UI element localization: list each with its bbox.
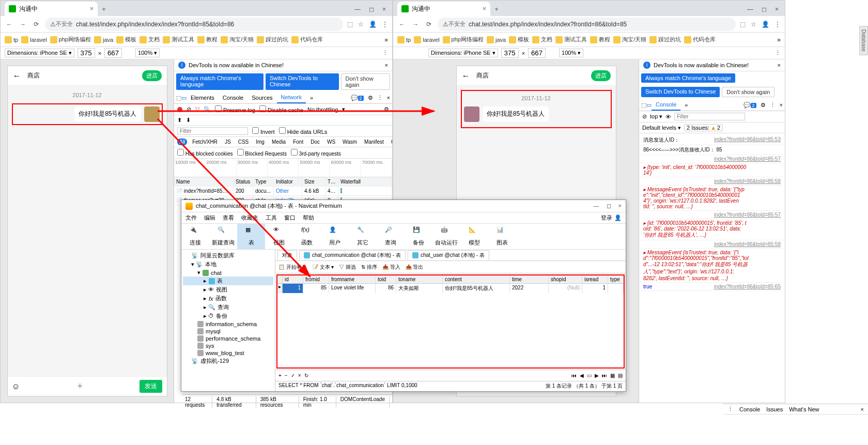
bookmark-item[interactable]: laravel bbox=[21, 36, 47, 43]
action-button[interactable]: 📋 开始事务 bbox=[278, 264, 307, 271]
console-line[interactable]: ▸ MessageEvent {isTrusted: true, data: '… bbox=[641, 249, 783, 283]
type-tab[interactable]: Fetch/XHR bbox=[190, 139, 220, 145]
cancel-icon[interactable]: × bbox=[298, 373, 301, 378]
type-tab[interactable]: Manifest bbox=[362, 139, 386, 145]
close-icon[interactable]: × bbox=[778, 62, 781, 68]
bookmark-item[interactable]: 文档 bbox=[140, 36, 160, 43]
tree-queries[interactable]: ▸ 🔍 查询 bbox=[183, 303, 273, 312]
tree-views[interactable]: ▸ 👁 视图 bbox=[183, 285, 273, 294]
console-line[interactable]: 消息发送人ID： index?frontId=86&toId=85:53 bbox=[641, 135, 783, 145]
filter-checkbox[interactable]: 3rd-party requests bbox=[291, 149, 341, 157]
url-input[interactable]: ⚠ 不安全 chat.test/index.php/index/index/in… bbox=[438, 18, 736, 31]
send-button[interactable]: 发送 bbox=[140, 380, 162, 393]
tree-connection[interactable]: ▾ 📡 本地 bbox=[183, 260, 273, 269]
menu-icon[interactable]: ⋮ bbox=[774, 21, 781, 28]
switch-chinese-button[interactable]: Switch DevTools to Chinese bbox=[641, 87, 720, 97]
type-tab[interactable]: Img bbox=[254, 139, 267, 145]
tree-database[interactable]: performance_schema bbox=[183, 335, 273, 342]
reload-icon[interactable]: ⟳ bbox=[32, 21, 41, 28]
bookmarks-overflow-icon[interactable]: » bbox=[777, 36, 781, 43]
profile-icon[interactable]: 👤 bbox=[762, 21, 769, 28]
back-icon[interactable]: ← bbox=[13, 71, 21, 81]
maximize-icon[interactable]: ◻ bbox=[762, 6, 767, 13]
bookmark-item[interactable]: php网络编程 bbox=[50, 36, 91, 43]
column-header[interactable]: toid bbox=[376, 275, 396, 283]
menu-icon[interactable]: ⋮ bbox=[770, 102, 776, 109]
menu-item[interactable]: 帮助 bbox=[303, 214, 314, 222]
tree-functions[interactable]: ▸ fx 函数 bbox=[183, 294, 273, 303]
column-header[interactable]: content bbox=[443, 275, 510, 283]
toolbar-button[interactable]: 📊图表 bbox=[488, 224, 516, 249]
cell-shopid[interactable]: (Null) bbox=[549, 284, 582, 293]
tree-database[interactable]: sys bbox=[183, 342, 273, 349]
levels-selector[interactable]: Default levels ▾ bbox=[642, 125, 681, 131]
preserve-log-checkbox[interactable]: Preserve log bbox=[215, 105, 255, 113]
console-output[interactable]: 消息发送人ID： index?frontId=86&toId=85:5386<<… bbox=[639, 133, 785, 403]
close-icon[interactable]: × bbox=[90, 5, 94, 12]
menu-item[interactable]: 文件 bbox=[185, 214, 197, 222]
match-language-button[interactable]: Always match Chrome's language bbox=[641, 73, 735, 83]
delete-icon[interactable]: − bbox=[285, 373, 288, 378]
emoji-icon[interactable]: ☺ bbox=[12, 382, 20, 391]
column-header[interactable]: Ti... bbox=[326, 177, 338, 186]
tab-console[interactable]: Console bbox=[739, 406, 760, 412]
toolbar-button[interactable]: 🔍新建查询 bbox=[209, 224, 237, 249]
close-icon[interactable]: × bbox=[387, 95, 390, 101]
tree-database[interactable]: www_blog_test bbox=[183, 349, 273, 357]
hide-data-urls-checkbox[interactable]: Hide data URLs bbox=[279, 127, 328, 135]
menu-item[interactable]: 查看 bbox=[223, 214, 234, 222]
type-tab[interactable]: WS bbox=[325, 139, 337, 145]
tree-tables[interactable]: ▸ 表 bbox=[183, 277, 273, 285]
browser-tab[interactable]: 沟通中 × bbox=[5, 2, 98, 16]
tab-chat-user[interactable]: chat_user @chat (本地) - 表 bbox=[408, 250, 489, 260]
star-icon[interactable]: ☆ bbox=[751, 21, 756, 28]
new-tab-button[interactable]: + bbox=[98, 6, 110, 16]
column-header[interactable]: fromid bbox=[303, 275, 329, 283]
drawer-menu-icon[interactable]: ⋮ bbox=[727, 406, 733, 412]
tree-database[interactable]: mysql bbox=[183, 328, 273, 335]
network-row[interactable]: 📄 index?frontId=85&to...200docu...Other4… bbox=[174, 187, 392, 196]
action-button[interactable]: 📝 文本 ▾ bbox=[312, 264, 334, 271]
tree-connection[interactable]: 📡 虚拟机-129 bbox=[183, 357, 273, 365]
plus-icon[interactable]: + bbox=[77, 381, 83, 392]
console-line[interactable]: index?frontId=86&toId=85:58 bbox=[641, 240, 783, 249]
last-icon[interactable]: ⏭ bbox=[602, 373, 607, 378]
cell-isread[interactable]: 1 bbox=[582, 284, 608, 293]
type-tab[interactable]: CSS bbox=[236, 139, 251, 145]
new-tab-button[interactable]: + bbox=[490, 6, 503, 16]
toolbar-button[interactable]: 📐模型 bbox=[460, 224, 488, 249]
cell-toid[interactable]: 86 bbox=[376, 284, 396, 293]
settings-icon[interactable]: ⚙ bbox=[368, 95, 373, 101]
menu-item[interactable]: 收藏夹 bbox=[241, 214, 258, 222]
tab-network[interactable]: Network bbox=[277, 92, 306, 103]
toolbar-button[interactable]: f(x)函数 bbox=[293, 224, 321, 249]
type-tab[interactable]: JS bbox=[223, 139, 233, 145]
settings-icon[interactable]: ⚙ bbox=[761, 102, 766, 109]
toolbar-button[interactable]: 👁视图 bbox=[265, 224, 293, 249]
tabs-more-icon[interactable]: » bbox=[680, 100, 692, 110]
action-button[interactable]: ▽ 筛选 bbox=[339, 264, 356, 271]
cell-fromname[interactable]: Love violet life bbox=[329, 284, 376, 293]
search-icon[interactable]: 🔍 bbox=[204, 106, 211, 113]
column-header[interactable]: type bbox=[608, 275, 624, 283]
width-input[interactable] bbox=[78, 48, 95, 58]
tab-chat-communication[interactable]: chat_communication @chat (本地) - 表 bbox=[299, 250, 406, 260]
minimize-icon[interactable]: — bbox=[747, 6, 753, 13]
console-badge[interactable]: 💬2 bbox=[351, 95, 364, 101]
extensions-icon[interactable]: ⬚ bbox=[740, 21, 746, 28]
next-icon[interactable]: ▶ bbox=[595, 373, 599, 378]
close-icon[interactable]: × bbox=[775, 6, 779, 13]
device-menu-icon[interactable]: ⋮ bbox=[382, 50, 388, 56]
column-header[interactable]: Type bbox=[253, 177, 274, 186]
bookmark-item[interactable]: 教程 bbox=[590, 36, 610, 43]
eye-icon[interactable]: 👁 bbox=[665, 114, 671, 120]
bookmark-item[interactable]: 代码仓库 bbox=[684, 36, 716, 43]
console-line[interactable]: trueindex?frontId=86&toId=85:65 bbox=[641, 283, 783, 291]
bookmark-item[interactable]: 模板 bbox=[116, 36, 136, 43]
bookmark-item[interactable]: 文档 bbox=[532, 36, 552, 43]
bookmark-item[interactable]: 踩过的坑 bbox=[257, 36, 288, 43]
clear-icon[interactable]: ⊘ bbox=[642, 113, 647, 120]
bookmark-item[interactable]: 教程 bbox=[197, 36, 218, 43]
bookmark-item[interactable]: 测试工具 bbox=[163, 36, 194, 43]
network-settings-icon[interactable]: ⚙ bbox=[384, 106, 389, 113]
